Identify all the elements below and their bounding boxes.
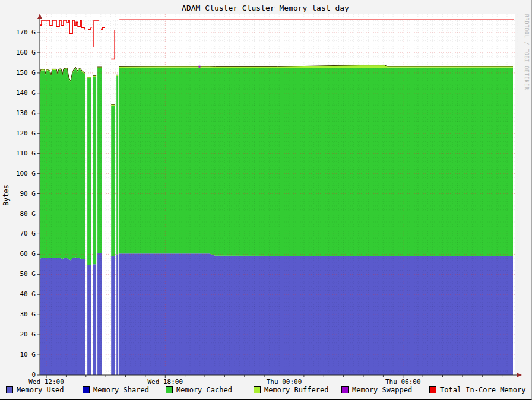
- x-axis-arrow: [517, 373, 522, 377]
- memory-graph-image: ADAM Cluster Cluster Memory last day Byt…: [0, 0, 532, 400]
- y-tick-label: 80 G: [0, 211, 36, 218]
- legend-label: Memory Buffered: [264, 386, 328, 393]
- x-tick-label: Thu 00:00: [261, 379, 308, 386]
- memory-used-area: [97, 253, 102, 375]
- legend-item: Memory Swapped: [341, 386, 412, 393]
- y-tick-label: 10 G: [0, 351, 36, 358]
- memory-cached-area: [87, 78, 91, 265]
- x-tick-label: Thu 06:00: [379, 379, 427, 386]
- y-tick-label: 100 G: [0, 170, 36, 177]
- memory-cached-area: [116, 76, 118, 254]
- memory-cached-area: [93, 77, 96, 264]
- y-tick-label: 60 G: [0, 250, 36, 258]
- legend-swatch: [254, 386, 261, 393]
- y-tick-label: 50 G: [0, 271, 36, 278]
- y-tick-label: 130 G: [0, 110, 36, 117]
- legend-label: Memory Swapped: [352, 386, 412, 393]
- memory-cached-area: [111, 106, 115, 256]
- y-tick-label: 150 G: [0, 69, 36, 77]
- memory-used-area: [111, 256, 115, 375]
- y-tick-label: 120 G: [0, 130, 36, 137]
- memory-used-area: [87, 265, 91, 375]
- legend-label: Memory Cached: [176, 386, 232, 393]
- y-tick-label: 90 G: [0, 191, 36, 198]
- legend-label: Memory Shared: [93, 386, 149, 393]
- legend-item: Memory Cached: [166, 386, 232, 393]
- plot-area: [0, 0, 532, 400]
- y-tick-label: 20 G: [0, 331, 36, 338]
- y-tick-label: 110 G: [0, 150, 36, 157]
- y-tick-label: 170 G: [0, 29, 36, 36]
- legend-item: Memory Buffered: [254, 386, 328, 393]
- x-tick-label: Wed 12:00: [23, 379, 70, 386]
- legend-item: Memory Shared: [83, 386, 149, 393]
- y-tick-label: 140 G: [0, 90, 36, 97]
- y-tick-label: 160 G: [0, 49, 36, 56]
- memory-used-area: [40, 257, 85, 375]
- legend-swatch: [6, 386, 13, 393]
- y-tick-label: 40 G: [0, 291, 36, 298]
- y-tick-label: 30 G: [0, 311, 36, 318]
- legend-swatch: [429, 386, 436, 393]
- legend-item: Total In-Core Memory: [429, 386, 526, 393]
- y-tick-label: 70 G: [0, 230, 36, 237]
- x-tick-label: Wed 18:00: [141, 379, 189, 386]
- memory-used-area: [119, 253, 513, 375]
- legend-label: Total In-Core Memory: [440, 386, 526, 393]
- legend-swatch: [341, 386, 349, 393]
- legend-swatch: [83, 386, 90, 393]
- legend-swatch: [166, 386, 173, 393]
- legend-item: Memory Used: [6, 386, 64, 393]
- legend-label: Memory Used: [17, 386, 64, 393]
